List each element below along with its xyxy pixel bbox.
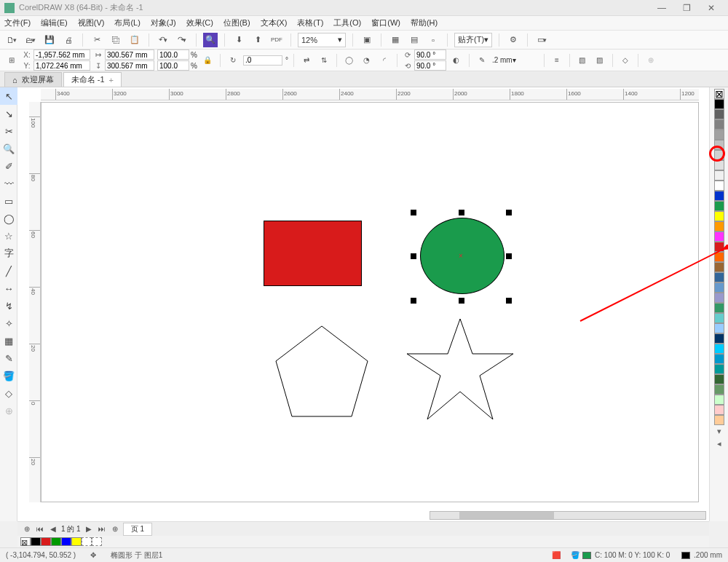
last-page-button[interactable]: ⏭	[97, 524, 107, 534]
copy-button[interactable]: ⿻	[108, 33, 123, 47]
outline-width-dropdown[interactable]: .2 mm▾	[492, 56, 539, 64]
maximize-button[interactable]: ❐	[674, 1, 699, 15]
dimension-tool[interactable]: ↔	[0, 280, 17, 297]
horizontal-scrollbar[interactable]	[430, 511, 706, 520]
fill-tool[interactable]: 🪣	[0, 367, 17, 384]
empty-swatch[interactable]	[92, 537, 102, 546]
rotation-input[interactable]	[243, 55, 282, 66]
outline-tool[interactable]: ◇	[0, 384, 17, 402]
grid-button[interactable]: ▦	[388, 33, 403, 47]
undo-button[interactable]: ↶▾	[156, 33, 170, 47]
color-swatch[interactable]	[714, 333, 724, 344]
options-button[interactable]: ⚙	[506, 33, 521, 47]
pie-button[interactable]: ◔	[360, 53, 374, 68]
parallel-tool[interactable]: ╱	[0, 262, 17, 280]
fullscreen-button[interactable]: ▣	[360, 33, 374, 47]
rectangle-tool[interactable]: ▭	[0, 192, 17, 210]
color-swatch[interactable]	[31, 537, 41, 546]
color-swatch[interactable]	[61, 537, 71, 546]
selection-handle[interactable]	[411, 298, 416, 304]
eyedropper-tool[interactable]: ✎	[0, 349, 17, 367]
x-input[interactable]	[33, 50, 90, 60]
fill-icon[interactable]: 🪣	[571, 551, 579, 559]
width-input[interactable]	[105, 50, 154, 60]
launch-button[interactable]: ▭▾	[534, 33, 549, 47]
add-tab-icon[interactable]: +	[109, 76, 114, 84]
color-swatch[interactable]	[714, 160, 724, 170]
menu-file[interactable]: 文件(F)	[4, 17, 31, 28]
add-tool[interactable]: ⊕	[0, 402, 17, 419]
color-swatch[interactable]	[714, 221, 724, 231]
scale-x-input[interactable]	[157, 50, 189, 60]
import-button[interactable]: ⬇	[232, 33, 246, 47]
menu-view[interactable]: 视图(V)	[78, 17, 105, 28]
open-button[interactable]: 🗁▾	[23, 33, 38, 47]
cut-button[interactable]: ✂	[90, 33, 104, 47]
red-rectangle-shape[interactable]	[264, 221, 362, 286]
print-button[interactable]: 🖨	[61, 33, 76, 47]
scrollbar-thumb[interactable]	[459, 512, 554, 519]
shape-tool-2[interactable]: ✧	[0, 314, 17, 332]
menu-effect[interactable]: 效果(C)	[186, 17, 213, 28]
outline-swatch[interactable]	[681, 552, 690, 559]
color-swatch[interactable]	[714, 354, 724, 364]
color-swatch[interactable]	[714, 211, 724, 221]
first-page-button[interactable]: ⏮	[35, 524, 45, 534]
search-button[interactable]: 🔍	[203, 33, 218, 47]
menu-edit[interactable]: 编辑(E)	[41, 17, 68, 28]
color-swatch[interactable]	[714, 181, 724, 191]
save-button[interactable]: 💾	[42, 33, 57, 47]
color-swatch[interactable]	[714, 395, 724, 405]
selection-handle[interactable]	[459, 210, 464, 215]
palette-flyout-button[interactable]: ◂	[717, 439, 721, 448]
color-swatch[interactable]	[714, 119, 724, 130]
palette-down-button[interactable]: ▾	[717, 427, 721, 436]
ruler-vertical[interactable]: 10080604020020	[29, 102, 41, 502]
no-color-swatch[interactable]: ⊠	[714, 89, 724, 99]
menu-window[interactable]: 窗口(W)	[371, 17, 400, 28]
menu-text[interactable]: 文本(X)	[261, 17, 288, 28]
minimize-button[interactable]: —	[649, 1, 674, 15]
fill-swatch[interactable]	[582, 552, 591, 559]
transparency-tool[interactable]: ▦	[0, 332, 17, 349]
empty-swatch[interactable]	[82, 537, 92, 546]
prev-page-button[interactable]: ◀	[48, 524, 58, 534]
artistic-tool[interactable]: 〰	[0, 175, 17, 192]
mirror-h-button[interactable]: ⇄	[299, 53, 314, 68]
tab-document[interactable]: 未命名 -1 +	[63, 72, 122, 87]
connector-tool[interactable]: ↯	[0, 297, 17, 314]
color-swatch[interactable]	[714, 374, 724, 384]
redo-button[interactable]: ↷▾	[175, 33, 189, 47]
tab-welcome[interactable]: ⌂ 欢迎屏幕	[4, 72, 62, 87]
paste-button[interactable]: 📋	[127, 33, 142, 47]
canvas[interactable]: ×	[41, 102, 699, 502]
menu-table[interactable]: 表格(T)	[297, 17, 323, 28]
front-button[interactable]: ▧	[575, 53, 590, 68]
end-angle-input[interactable]	[414, 60, 446, 71]
convert-button[interactable]: ◇	[618, 53, 633, 68]
color-swatch[interactable]	[714, 384, 724, 395]
color-swatch[interactable]	[714, 344, 724, 354]
export-button[interactable]: ⬆	[250, 33, 265, 47]
pick-tool[interactable]: ↖	[0, 87, 17, 105]
color-swatch[interactable]	[714, 364, 724, 374]
page-add-after-button[interactable]: ⊕	[110, 524, 120, 534]
menu-object[interactable]: 对象(J)	[151, 17, 176, 28]
close-button[interactable]: ✕	[699, 1, 724, 15]
color-swatch[interactable]	[714, 415, 724, 425]
freehand-tool[interactable]: ✐	[0, 157, 17, 175]
color-swatch[interactable]	[714, 170, 724, 181]
color-swatch[interactable]	[714, 231, 724, 242]
selection-handle[interactable]	[411, 253, 416, 259]
color-swatch[interactable]	[714, 201, 724, 211]
star-shape[interactable]	[405, 317, 515, 423]
guide-button[interactable]: ▤	[407, 33, 422, 47]
menu-tools[interactable]: 工具(O)	[333, 17, 361, 28]
color-swatch[interactable]	[71, 537, 82, 546]
ruler-horizontal[interactable]: 3400320030002800260024002200200018001600…	[41, 89, 699, 100]
zoom-tool[interactable]: 🔍	[0, 140, 17, 157]
back-button[interactable]: ▨	[593, 53, 607, 68]
menu-help[interactable]: 帮助(H)	[411, 17, 438, 28]
color-swatch[interactable]	[714, 191, 724, 201]
page-add-button[interactable]: ⊕	[22, 524, 32, 534]
